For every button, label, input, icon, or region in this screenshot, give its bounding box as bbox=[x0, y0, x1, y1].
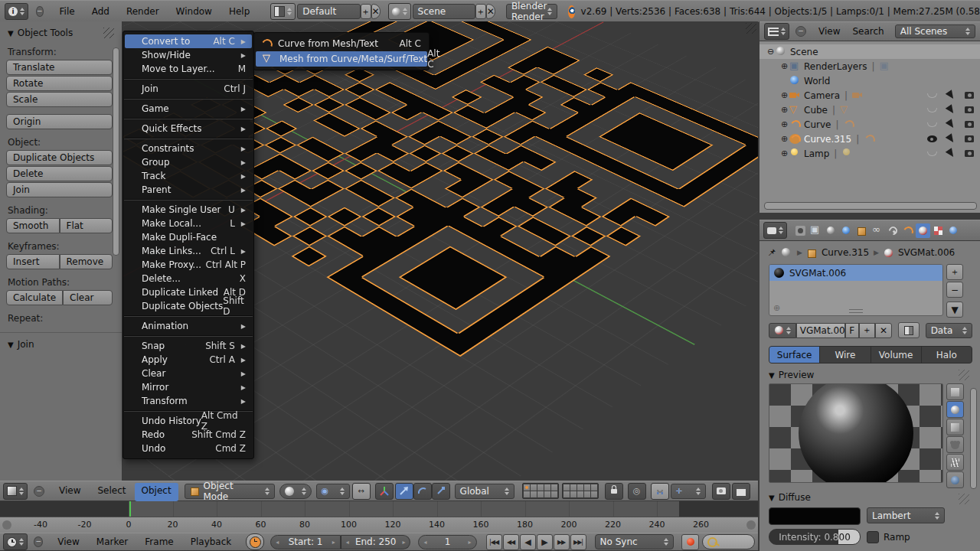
layer-cell[interactable] bbox=[564, 491, 570, 497]
panel-drag-widget[interactable] bbox=[959, 494, 969, 504]
material-type-tab-volume[interactable]: Volume bbox=[871, 347, 921, 363]
increment-arrow[interactable]: ▸ bbox=[402, 539, 405, 546]
shelf-button-flat[interactable]: Flat bbox=[60, 218, 113, 233]
preview-range-toggle[interactable] bbox=[246, 533, 264, 550]
translate-manipulator-button[interactable] bbox=[395, 483, 413, 500]
viewport-menu-object[interactable]: Object bbox=[135, 483, 178, 501]
decrement-arrow[interactable]: ◂ bbox=[423, 539, 426, 546]
panel-drag-widget[interactable] bbox=[103, 28, 114, 38]
screen-layout-icon-button[interactable] bbox=[270, 3, 296, 20]
material-slot-item[interactable]: SVGMat.006 bbox=[769, 265, 942, 281]
shelf-button-scale[interactable]: Scale bbox=[6, 92, 113, 107]
material-slot-list[interactable]: SVGMat.006 ⊕ bbox=[769, 264, 943, 316]
layer-cell[interactable] bbox=[531, 484, 537, 491]
topbar-menu-help[interactable]: Help bbox=[220, 2, 258, 22]
menu-item-undo-history[interactable]: Undo HistoryAlt Cmd Z bbox=[123, 414, 253, 428]
auto-keyframe-button[interactable] bbox=[681, 534, 699, 550]
expand-toggle-icon[interactable]: ⊖ bbox=[766, 47, 776, 57]
layer-cell[interactable] bbox=[591, 484, 597, 491]
material-type-tab-surface[interactable]: Surface bbox=[769, 347, 819, 363]
preview-type-cube-button[interactable] bbox=[946, 419, 964, 435]
collapse-menus-button[interactable]: − bbox=[36, 6, 44, 17]
layer-cell[interactable] bbox=[591, 491, 597, 497]
expand-toggle-icon[interactable]: ⊕ bbox=[779, 119, 789, 129]
material-type-tab-wire[interactable]: Wire bbox=[820, 347, 870, 363]
fake-user-button[interactable]: F bbox=[845, 323, 859, 338]
screen-layout-field[interactable]: Default bbox=[297, 4, 360, 19]
render-engine-select[interactable]: Blender Render bbox=[506, 4, 557, 19]
hide-toggle-icon[interactable] bbox=[927, 122, 937, 127]
material-name-field[interactable]: VGMat.006 bbox=[796, 323, 845, 338]
region-corner-widget[interactable] bbox=[746, 23, 756, 34]
collapse-menus-button[interactable]: − bbox=[34, 486, 44, 497]
preview-type-flat-button[interactable] bbox=[946, 383, 964, 400]
layer-cell[interactable] bbox=[551, 484, 557, 491]
menu-item-delete-[interactable]: Delete...X bbox=[123, 272, 253, 285]
lock-to-scene-button[interactable] bbox=[605, 483, 623, 500]
material-specials-button[interactable]: ▼ bbox=[946, 302, 963, 318]
scene-field[interactable]: Scene bbox=[413, 4, 475, 19]
selectable-toggle-icon[interactable] bbox=[946, 104, 957, 116]
selectable-toggle-icon[interactable] bbox=[946, 90, 957, 101]
shelf-button-remove[interactable]: Remove bbox=[60, 254, 113, 269]
frame-start-field[interactable]: ◂ Start: 1 ▸ bbox=[270, 535, 341, 549]
renderable-toggle-icon[interactable] bbox=[965, 150, 974, 157]
properties-tab-render[interactable] bbox=[793, 223, 808, 238]
resize-grip[interactable] bbox=[849, 309, 863, 313]
editor-type-timeline[interactable] bbox=[3, 533, 28, 550]
outliner-row-camera[interactable]: ⊕Camera| bbox=[760, 88, 980, 103]
menu-item-make-links-[interactable]: Make Links...Ctrl L▶ bbox=[123, 244, 253, 258]
expand-icon[interactable]: ⊕ bbox=[773, 303, 780, 313]
tool-shelf-scrollbar[interactable] bbox=[113, 47, 119, 256]
menu-item-show-hide[interactable]: Show/Hide▶ bbox=[123, 48, 253, 62]
diffuse-color-swatch[interactable] bbox=[769, 507, 861, 525]
layer-cell[interactable] bbox=[524, 484, 530, 491]
topbar-menu-render[interactable]: Render bbox=[118, 2, 168, 22]
shelf-button-join[interactable]: Join bbox=[6, 182, 113, 197]
timeline-track[interactable] bbox=[0, 501, 758, 517]
shelf-button-smooth[interactable]: Smooth bbox=[6, 218, 60, 233]
preview-type-sphere-button[interactable] bbox=[946, 401, 964, 418]
menu-item-redo[interactable]: RedoShift Cmd Z bbox=[123, 428, 253, 442]
outliner-hscrollbar[interactable] bbox=[764, 202, 977, 210]
outliner-row-renderlayers[interactable]: ⊕RenderLayers| bbox=[760, 59, 980, 73]
snap-toggle-button[interactable] bbox=[651, 483, 669, 500]
preview-panel-header[interactable]: ▼Preview bbox=[760, 364, 980, 382]
scale-manipulator-button[interactable] bbox=[432, 483, 450, 500]
prev-keyframe-button[interactable]: ◀◀ bbox=[503, 534, 519, 550]
play-button[interactable]: ▶ bbox=[537, 534, 553, 550]
layer-cell[interactable] bbox=[524, 491, 530, 497]
layers-widget-group1[interactable] bbox=[522, 483, 559, 499]
renderable-toggle-icon[interactable] bbox=[965, 121, 974, 128]
shelf-button-insert[interactable]: Insert bbox=[6, 254, 60, 269]
properties-tab-layers[interactable] bbox=[808, 223, 823, 238]
join-panel-header[interactable]: ▼Join bbox=[0, 333, 122, 351]
shelf-button-calculate[interactable]: Calculate bbox=[6, 290, 63, 305]
add-layout-button[interactable]: ＋ bbox=[361, 4, 371, 19]
panel-drag-widget[interactable] bbox=[959, 370, 969, 380]
collapse-menus-button[interactable]: − bbox=[795, 26, 806, 37]
play-reverse-button[interactable]: ◀ bbox=[520, 534, 536, 550]
delete-scene-button[interactable]: ✕ bbox=[486, 4, 495, 19]
menu-item-game[interactable]: Game▶ bbox=[123, 102, 253, 116]
viewport-shading-select[interactable] bbox=[279, 484, 312, 499]
preview-type-hair-button[interactable] bbox=[946, 454, 964, 471]
expand-toggle-icon[interactable]: ⊕ bbox=[779, 105, 789, 115]
menu-item-make-dupli-face[interactable]: Make Dupli-Face bbox=[123, 230, 253, 244]
ramp-checkbox[interactable] bbox=[867, 531, 879, 543]
diffuse-shader-select[interactable]: Lambert bbox=[867, 507, 945, 523]
new-material-button[interactable]: ＋ bbox=[859, 323, 876, 338]
layer-cell[interactable] bbox=[564, 484, 570, 491]
jump-to-start-button[interactable]: |◀◀ bbox=[486, 534, 502, 550]
selectable-toggle-icon[interactable] bbox=[946, 148, 957, 159]
properties-tab-scene[interactable] bbox=[824, 223, 838, 238]
properties-tab-material[interactable] bbox=[916, 223, 930, 238]
menu-item-quick-effects[interactable]: Quick Effects▶ bbox=[123, 122, 253, 135]
opengl-render-button[interactable] bbox=[712, 483, 730, 500]
preview-type-monkey-button[interactable] bbox=[946, 436, 964, 453]
hide-toggle-icon[interactable] bbox=[927, 108, 937, 112]
outliner-row-scene[interactable]: ⊖Scene bbox=[760, 44, 980, 59]
menu-item-snap[interactable]: SnapShift S▶ bbox=[123, 339, 253, 353]
hide-toggle-icon[interactable] bbox=[927, 135, 937, 142]
shelf-button-clear[interactable]: Clear bbox=[63, 290, 113, 305]
